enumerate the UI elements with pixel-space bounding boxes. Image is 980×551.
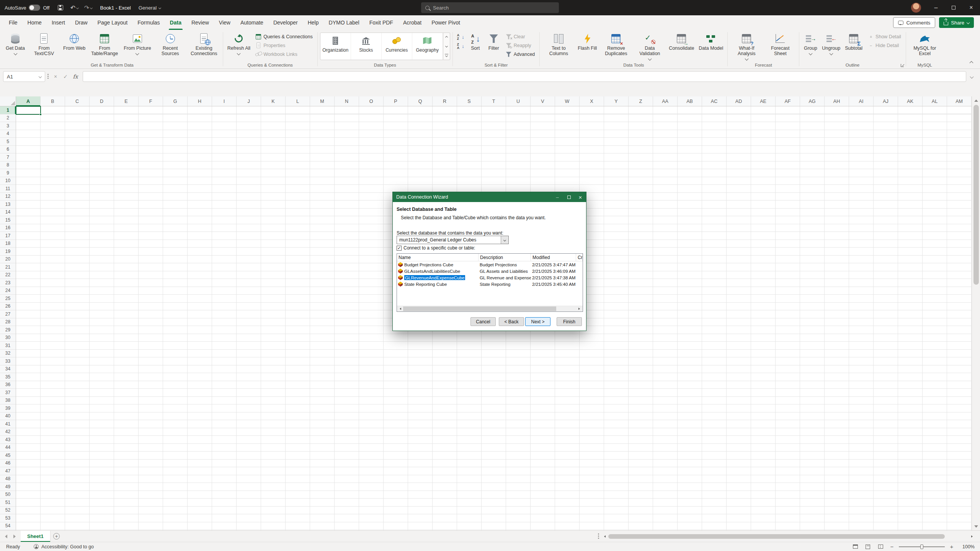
ribbon-tab-insert[interactable]: Insert bbox=[47, 15, 70, 30]
column-header-z[interactable]: Z bbox=[629, 96, 653, 106]
row-header-17[interactable]: 17 bbox=[0, 232, 16, 240]
column-header-am[interactable]: AM bbox=[947, 96, 972, 106]
text-to-columns-button[interactable]: Text to Columns bbox=[542, 31, 575, 62]
redo-button[interactable]: ↷ bbox=[82, 2, 95, 14]
normal-view-button[interactable] bbox=[851, 543, 860, 551]
formula-input[interactable] bbox=[83, 71, 966, 82]
column-header-s[interactable]: S bbox=[457, 96, 482, 106]
row-header-49[interactable]: 49 bbox=[0, 483, 16, 491]
show-detail-button[interactable]: + Show Detail bbox=[865, 33, 903, 41]
row-header-21[interactable]: 21 bbox=[0, 263, 16, 271]
page-break-view-button[interactable] bbox=[876, 543, 885, 551]
row-header-16[interactable]: 16 bbox=[0, 224, 16, 232]
cube-list-row[interactable]: Budget Projections CubeBudget Projection… bbox=[397, 261, 583, 268]
gallery-up-button[interactable] bbox=[443, 33, 450, 42]
row-header-41[interactable]: 41 bbox=[0, 420, 16, 428]
row-header-36[interactable]: 36 bbox=[0, 381, 16, 389]
column-header-d[interactable]: D bbox=[90, 96, 114, 106]
ungroup-button[interactable]: ← Ungroup bbox=[820, 31, 842, 62]
ribbon-tab-page-layout[interactable]: Page Layout bbox=[93, 15, 133, 30]
row-header-5[interactable]: 5 bbox=[0, 138, 16, 146]
data-type-geography[interactable]: Geography bbox=[412, 33, 443, 60]
zoom-in-button[interactable]: + bbox=[948, 543, 955, 550]
row-header-38[interactable]: 38 bbox=[0, 397, 16, 405]
data-type-currencies[interactable]: Currencies bbox=[382, 33, 412, 60]
share-button[interactable]: Share bbox=[939, 17, 974, 28]
row-header-18[interactable]: 18 bbox=[0, 240, 16, 248]
row-header-3[interactable]: 3 bbox=[0, 122, 16, 130]
column-header-u[interactable]: U bbox=[506, 96, 531, 106]
back-button[interactable]: < Back bbox=[499, 317, 524, 326]
row-header-19[interactable]: 19 bbox=[0, 248, 16, 256]
column-header-t[interactable]: T bbox=[482, 96, 506, 106]
column-header-aj[interactable]: AJ bbox=[874, 96, 898, 106]
row-header-26[interactable]: 26 bbox=[0, 303, 16, 311]
search-box[interactable]: Search bbox=[421, 2, 559, 13]
list-scroll-right-button[interactable] bbox=[577, 306, 583, 311]
hide-detail-button[interactable]: − Hide Detail bbox=[865, 41, 903, 50]
scroll-right-icon[interactable] bbox=[971, 535, 974, 538]
horizontal-scroll-thumb[interactable] bbox=[608, 534, 945, 539]
row-header-34[interactable]: 34 bbox=[0, 365, 16, 373]
row-header-33[interactable]: 33 bbox=[0, 357, 16, 365]
ribbon-tab-draw[interactable]: Draw bbox=[70, 15, 93, 30]
ribbon-tab-data[interactable]: Data bbox=[165, 15, 186, 30]
ribbon-tab-view[interactable]: View bbox=[214, 15, 235, 30]
column-header-e[interactable]: E bbox=[114, 96, 139, 106]
cancel-entry-button[interactable]: × bbox=[51, 71, 60, 82]
row-header-2[interactable]: 2 bbox=[0, 114, 16, 122]
reapply-filter-button[interactable]: ↻ Reapply bbox=[503, 41, 537, 50]
ribbon-tab-dymo-label[interactable]: DYMO Label bbox=[324, 15, 364, 30]
list-scroll-thumb[interactable] bbox=[403, 306, 556, 311]
forecast-sheet-button[interactable]: Forecast Sheet bbox=[764, 31, 797, 62]
consolidate-button[interactable]: → Consolidate bbox=[667, 31, 696, 62]
column-header-ae[interactable]: AE bbox=[751, 96, 776, 106]
ribbon-tab-home[interactable]: Home bbox=[23, 15, 47, 30]
cube-list-row[interactable]: GLRevenueAndExpenseCubeGL Revenue and Ex… bbox=[397, 274, 583, 281]
autosave-switch-icon[interactable] bbox=[29, 5, 40, 11]
column-header-c[interactable]: C bbox=[65, 96, 90, 106]
zoom-out-button[interactable]: − bbox=[889, 543, 895, 550]
dialog-close-button[interactable]: × bbox=[575, 192, 586, 202]
cube-list-row[interactable]: State Reporting CubeState Reporting2/21/… bbox=[397, 281, 583, 287]
row-header-48[interactable]: 48 bbox=[0, 475, 16, 483]
horizontal-scrollbar[interactable] bbox=[603, 534, 980, 539]
row-header-6[interactable]: 6 bbox=[0, 146, 16, 154]
save-button[interactable] bbox=[54, 2, 67, 14]
flash-fill-button[interactable]: Flash Fill bbox=[576, 31, 599, 62]
row-header-23[interactable]: 23 bbox=[0, 279, 16, 287]
row-header-28[interactable]: 28 bbox=[0, 318, 16, 326]
scroll-down-button[interactable] bbox=[972, 523, 980, 530]
row-header-8[interactable]: 8 bbox=[0, 161, 16, 170]
enter-entry-button[interactable]: ✓ bbox=[60, 71, 70, 82]
column-header-n[interactable]: N bbox=[335, 96, 359, 106]
clear-filter-button[interactable]: × Clear bbox=[503, 33, 537, 41]
row-header-13[interactable]: 13 bbox=[0, 201, 16, 209]
connect-cube-checkbox[interactable]: ✓ Connect to a specific cube or table: bbox=[397, 245, 475, 251]
database-dropdown[interactable]: mun1122prod_General Ledger Cubes bbox=[397, 236, 509, 244]
maximize-button[interactable] bbox=[945, 0, 962, 15]
get-data-button[interactable]: Get Data bbox=[4, 31, 27, 62]
comments-button[interactable]: Comments bbox=[893, 17, 935, 28]
sort-az-button[interactable]: AZ↓ bbox=[455, 33, 466, 41]
row-header-31[interactable]: 31 bbox=[0, 342, 16, 350]
data-model-button[interactable]: Data Model bbox=[697, 31, 725, 62]
column-header-ad[interactable]: AD bbox=[727, 96, 751, 106]
row-header-32[interactable]: 32 bbox=[0, 350, 16, 358]
row-header-14[interactable]: 14 bbox=[0, 209, 16, 217]
add-sheet-button[interactable]: + bbox=[51, 531, 63, 542]
insert-function-button[interactable]: fx bbox=[70, 71, 80, 82]
row-header-22[interactable]: 22 bbox=[0, 271, 16, 279]
column-header-created[interactable]: Cre bbox=[576, 254, 583, 261]
active-cell-a1[interactable] bbox=[16, 106, 41, 115]
zoom-slider-thumb[interactable] bbox=[920, 544, 923, 549]
ribbon-tab-power-pivot[interactable]: Power Pivot bbox=[426, 15, 465, 30]
what-if-analysis-button[interactable]: ? What-If Analysis bbox=[730, 31, 763, 62]
cube-list-row[interactable]: GLAssetsAndLiabilitiesCubeGL Assets and … bbox=[397, 268, 583, 274]
column-header-ah[interactable]: AH bbox=[825, 96, 849, 106]
row-header-50[interactable]: 50 bbox=[0, 491, 16, 499]
data-type-stocks[interactable]: Stocks bbox=[351, 33, 382, 60]
row-header-25[interactable]: 25 bbox=[0, 295, 16, 303]
expand-formula-bar-button[interactable] bbox=[966, 71, 977, 82]
fill-handle[interactable] bbox=[39, 113, 42, 116]
